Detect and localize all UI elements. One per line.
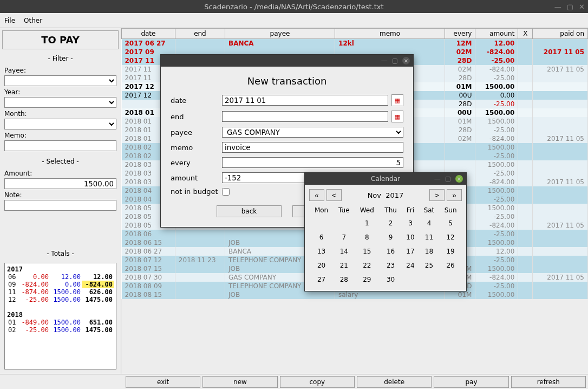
col-amount[interactable]: amount <box>475 29 518 39</box>
cal-day[interactable]: 25 <box>419 258 439 273</box>
menu-other[interactable]: Other <box>24 17 42 24</box>
cal-day[interactable]: 3 <box>402 216 419 230</box>
cal-day[interactable]: 28 <box>334 273 355 287</box>
cal-day[interactable]: 5 <box>439 216 462 230</box>
dlg-end-input[interactable] <box>222 111 388 122</box>
year-label: Year: <box>4 88 116 96</box>
minimize-icon[interactable]: — <box>554 3 561 11</box>
cal-day[interactable]: 19 <box>439 244 462 258</box>
cal-day[interactable]: 26 <box>439 258 462 273</box>
calendar-maximize-icon[interactable]: ▢ <box>445 175 451 183</box>
cal-day[interactable]: 8 <box>355 230 380 244</box>
dlg-every-input[interactable] <box>222 157 403 168</box>
col-end[interactable]: end <box>175 29 225 39</box>
copy-button[interactable]: copy <box>280 376 355 388</box>
dialog-maximize-icon[interactable]: ▢ <box>392 57 398 64</box>
dlg-back-button[interactable]: back <box>217 205 282 217</box>
calendar-minimize-icon[interactable]: — <box>434 175 441 183</box>
cal-day[interactable]: 15 <box>355 244 380 258</box>
menu-file[interactable]: File <box>4 17 15 24</box>
cal-day[interactable]: 20 <box>309 258 334 273</box>
close-icon[interactable]: ✕ <box>579 3 585 11</box>
cal-dow: Wed <box>355 204 380 216</box>
dlg-every-label: every <box>171 159 222 167</box>
calendar-close-icon[interactable]: ✕ <box>455 175 463 183</box>
cal-day[interactable]: 10 <box>402 230 419 244</box>
cal-day[interactable]: 6 <box>309 230 334 244</box>
dlg-nib-checkbox[interactable] <box>222 188 230 196</box>
cal-day[interactable]: 14 <box>334 244 355 258</box>
cal-next-year-button[interactable]: » <box>447 189 462 201</box>
delete-button[interactable]: delete <box>357 376 432 388</box>
payee-filter-select[interactable] <box>4 75 116 86</box>
dialog-minimize-icon[interactable]: — <box>381 57 388 64</box>
cal-prev-month-button[interactable]: < <box>326 189 342 201</box>
dialog-heading: New transaction <box>171 75 403 87</box>
cal-day[interactable]: 1 <box>355 216 380 230</box>
note-input[interactable] <box>4 200 116 211</box>
dialog-titlebar[interactable]: — ▢ ✕ <box>161 55 413 67</box>
cal-day <box>402 273 419 287</box>
table-row[interactable]: 2017 06 27BANCA12kl12M12.00 <box>122 39 588 48</box>
cal-prev-year-button[interactable]: « <box>309 189 324 201</box>
dialog-close-icon[interactable]: ✕ <box>402 57 410 64</box>
exit-button[interactable]: exit <box>126 376 200 388</box>
sidebar-heading: TO PAY <box>2 30 119 49</box>
cal-day[interactable]: 17 <box>402 244 419 258</box>
note-label: Note: <box>4 191 116 199</box>
cal-day[interactable]: 2 <box>380 216 402 230</box>
col-x[interactable]: X <box>518 29 533 39</box>
table-row[interactable]: 2018 08 15JOBsalary01M1500.00 <box>122 290 588 299</box>
dlg-amount-label: amount <box>171 174 222 182</box>
payee-label: Payee: <box>4 67 116 74</box>
dlg-date-input[interactable] <box>222 95 388 106</box>
memo-filter-input[interactable] <box>4 140 116 151</box>
cal-day[interactable]: 30 <box>380 273 402 287</box>
col-paid[interactable]: paid on <box>533 29 588 39</box>
cal-day[interactable]: 12 <box>439 230 462 244</box>
year-filter-select[interactable] <box>4 97 116 108</box>
col-memo[interactable]: memo <box>335 29 445 39</box>
cal-day[interactable]: 18 <box>419 244 439 258</box>
cal-day[interactable]: 29 <box>355 273 380 287</box>
dlg-memo-input[interactable] <box>222 142 403 153</box>
cal-next-month-button[interactable]: > <box>429 189 445 201</box>
amount-label: Amount: <box>4 170 116 177</box>
cal-month-year: Nov 2017 <box>344 191 427 199</box>
cal-day[interactable]: 11 <box>419 230 439 244</box>
dlg-memo-label: memo <box>171 144 222 152</box>
date-calendar-icon[interactable]: ▦ <box>391 94 403 106</box>
dlg-payee-select[interactable]: GAS COMPANY <box>222 127 403 138</box>
refresh-button[interactable]: refresh <box>511 376 586 388</box>
maximize-icon[interactable]: ▢ <box>567 3 573 11</box>
totals-section-label: - Totals - <box>2 250 119 257</box>
cal-day[interactable]: 23 <box>380 258 402 273</box>
pay-button[interactable]: pay <box>434 376 508 388</box>
calendar-titlebar[interactable]: Calendar — ▢ ✕ <box>305 173 466 185</box>
end-calendar-icon[interactable]: ▦ <box>391 111 403 122</box>
sidebar: TO PAY - Filter - Payee: Year: Month: Me… <box>0 28 121 374</box>
cal-day <box>439 273 462 287</box>
new-button[interactable]: new <box>202 376 277 388</box>
calendar-title: Calendar <box>371 175 400 183</box>
col-date[interactable]: date <box>122 29 175 39</box>
totals-panel: 2017060.0012.0012.0009-824.000.00-824.00… <box>4 263 116 369</box>
menubar: File Other <box>0 13 588 28</box>
selected-section-label: - Selected - <box>2 158 119 165</box>
cal-day[interactable]: 24 <box>402 258 419 273</box>
cal-day[interactable]: 21 <box>334 258 355 273</box>
col-every[interactable]: every <box>445 29 475 39</box>
cal-day[interactable]: 27 <box>309 273 334 287</box>
filter-section-label: - Filter - <box>2 55 119 62</box>
cal-day[interactable]: 9 <box>380 230 402 244</box>
amount-input[interactable] <box>4 178 116 189</box>
cal-day[interactable]: 22 <box>355 258 380 273</box>
cal-day[interactable]: 13 <box>309 244 334 258</box>
month-filter-select[interactable] <box>4 119 116 129</box>
col-payee[interactable]: payee <box>225 29 335 39</box>
cal-day[interactable]: 16 <box>380 244 402 258</box>
cal-day[interactable]: 7 <box>334 230 355 244</box>
cal-day[interactable]: 4 <box>419 216 439 230</box>
cal-day <box>419 273 439 287</box>
cal-dow: Fri <box>402 204 419 216</box>
